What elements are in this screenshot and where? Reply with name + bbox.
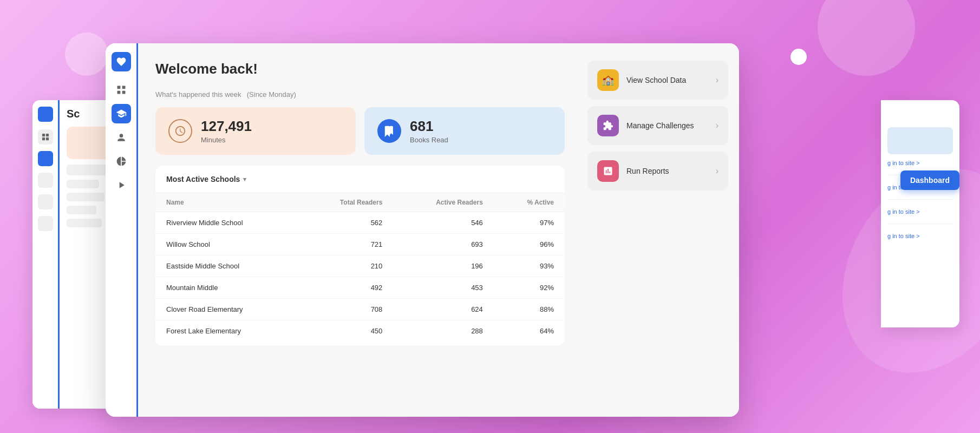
col-active: Active Readers [393, 193, 494, 212]
cell-active: 546 [393, 212, 494, 234]
cell-active: 196 [393, 255, 494, 277]
welcome-title: Welcome back! [155, 61, 565, 77]
minutes-value: 127,491 [201, 118, 252, 135]
table-row: Riverview Middle School 562 546 97% [155, 212, 565, 234]
run-reports-icon [597, 160, 619, 182]
manage-challenges-icon [597, 115, 619, 136]
svg-rect-4 [117, 86, 120, 89]
action-manage-challenges[interactable]: Manage Challenges › [587, 106, 728, 145]
sidebar-item-grid[interactable] [112, 80, 131, 100]
table-header-row: Most Active Schools ▾ [155, 166, 565, 193]
book-icon-wrapper [377, 119, 401, 143]
table-row: Forest Lake Elementary 450 288 64% [155, 320, 565, 342]
svg-rect-1 [45, 134, 48, 136]
stats-row: 127,491 Minutes 681 Books Read [155, 107, 565, 155]
cell-name: Willow School [155, 234, 299, 255]
pie-icon [116, 156, 127, 167]
cell-total: 562 [299, 212, 393, 234]
bg-item-2 [67, 180, 99, 188]
minutes-label: Minutes [201, 136, 252, 144]
table-row: Mountain Middle 492 453 92% [155, 277, 565, 299]
bg-sidebar-item-4 [38, 216, 53, 231]
school-icon [116, 108, 127, 119]
cell-pct: 92% [494, 277, 565, 299]
cell-active: 288 [393, 320, 494, 342]
bg-item-5 [67, 219, 102, 227]
bg-sidebar [32, 100, 60, 409]
stat-card-minutes: 127,491 Minutes [155, 107, 356, 155]
right-link-3[interactable]: g in to site > [887, 208, 953, 224]
right-panel: 🏫 View School Data › Manage Challenges ›… [582, 43, 739, 417]
action-run-reports[interactable]: Run Reports › [587, 152, 728, 191]
svg-rect-3 [45, 137, 48, 140]
cell-name: Riverview Middle School [155, 212, 299, 234]
chevron-right-icon-1: › [716, 75, 718, 85]
manage-challenges-label: Manage Challenges [626, 121, 708, 130]
grid-icon [116, 84, 127, 95]
svg-rect-2 [42, 137, 44, 140]
bg-circle-3 [790, 49, 807, 65]
books-label: Books Read [410, 136, 448, 144]
svg-rect-6 [117, 91, 120, 94]
table-dropdown-label: Most Active Schools [166, 175, 240, 183]
chart-icon [603, 166, 613, 176]
dashboard-button[interactable]: Dashboard [900, 170, 959, 190]
bg-sidebar-item [38, 129, 53, 145]
cell-name: Mountain Middle [155, 277, 299, 299]
sidebar-item-users[interactable] [112, 128, 131, 147]
cell-pct: 88% [494, 299, 565, 320]
play-icon [116, 180, 127, 191]
cell-pct: 93% [494, 255, 565, 277]
bg-circle-1 [818, 0, 915, 76]
clock-icon [174, 125, 186, 137]
main-content: Welcome back! What's happened this week … [138, 43, 582, 417]
schools-table: Name Total Readers Active Readers % Acti… [155, 193, 565, 342]
bg-item-1 [67, 165, 110, 175]
cell-total: 210 [299, 255, 393, 277]
person-icon [116, 132, 127, 143]
cell-name: Forest Lake Elementary [155, 320, 299, 342]
svg-rect-7 [122, 91, 125, 94]
stat-card-books: 681 Books Read [364, 107, 565, 155]
cell-active: 624 [393, 299, 494, 320]
sidebar-item-media[interactable] [112, 175, 131, 195]
col-pct: % Active [494, 193, 565, 212]
cell-pct: 64% [494, 320, 565, 342]
table-row: Willow School 721 693 96% [155, 234, 565, 255]
svg-rect-5 [122, 86, 125, 89]
sidebar-item-reports[interactable] [112, 152, 131, 171]
run-reports-label: Run Reports [626, 167, 708, 175]
col-name: Name [155, 193, 299, 212]
bg-sidebar-item-2 [38, 173, 53, 188]
book-icon [383, 125, 395, 137]
action-view-school-data[interactable]: 🏫 View School Data › [587, 61, 728, 100]
cell-pct: 96% [494, 234, 565, 255]
heart-icon [116, 56, 127, 67]
table-section: Most Active Schools ▾ Name Total Readers… [155, 166, 565, 346]
chevron-right-icon-3: › [716, 166, 718, 176]
view-school-data-label: View School Data [626, 76, 708, 84]
books-value: 681 [410, 118, 448, 135]
cell-name: Eastside Middle School [155, 255, 299, 277]
clock-icon-wrapper [168, 119, 192, 143]
cell-total: 721 [299, 234, 393, 255]
week-section-title: What's happened this week (Since Monday) [155, 89, 565, 99]
col-total: Total Readers [299, 193, 393, 212]
bg-window-right: g in to site > g in to site > g in to si… [881, 100, 959, 327]
cell-total: 708 [299, 299, 393, 320]
bg-circle-2 [65, 32, 108, 76]
cell-active: 693 [393, 234, 494, 255]
cell-total: 492 [299, 277, 393, 299]
bg-sidebar-item-active [38, 151, 53, 166]
stat-info-minutes: 127,491 Minutes [201, 118, 252, 144]
sidebar-logo[interactable] [112, 52, 131, 71]
table-dropdown-trigger[interactable]: Most Active Schools ▾ [166, 175, 246, 183]
cell-total: 450 [299, 320, 393, 342]
stat-info-books: 681 Books Read [410, 118, 448, 144]
table-header: Name Total Readers Active Readers % Acti… [155, 193, 565, 212]
cell-active: 453 [393, 277, 494, 299]
cell-pct: 97% [494, 212, 565, 234]
app-container: Welcome back! What's happened this week … [106, 43, 739, 417]
sidebar-item-schools[interactable] [112, 104, 131, 123]
right-link-4[interactable]: g in to site > [887, 233, 953, 248]
